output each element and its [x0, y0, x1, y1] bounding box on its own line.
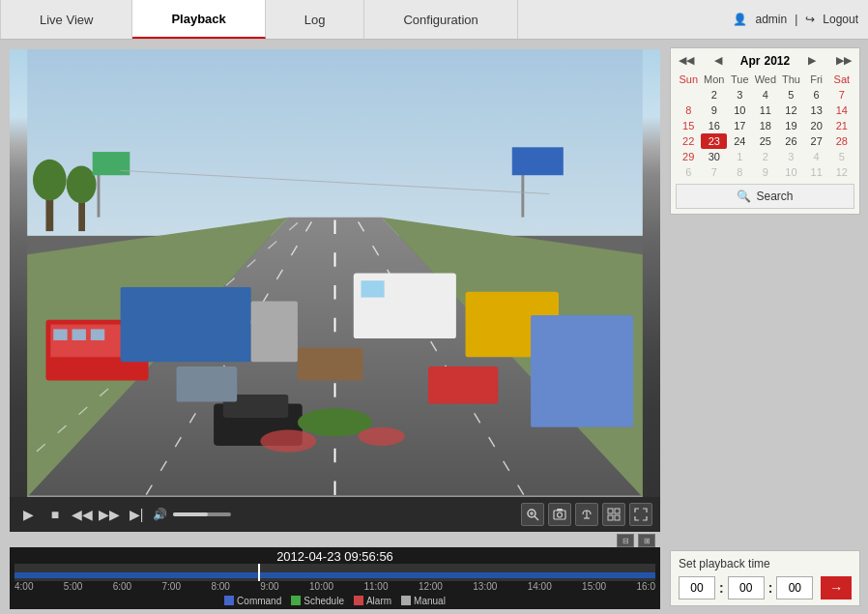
svg-point-35 [260, 430, 316, 453]
calendar-year: 2012 [764, 54, 790, 68]
tab-configuration[interactable]: Configuration [364, 0, 517, 39]
timeline-label: 4:00 [14, 581, 33, 592]
video-player[interactable] [10, 49, 660, 497]
video-feed [10, 49, 660, 497]
calendar-day: 3 [778, 149, 803, 164]
timeline-recording-bar [14, 572, 655, 578]
legend-command: Command [224, 596, 281, 606]
play-button[interactable]: ▶ [17, 504, 39, 525]
svg-rect-33 [177, 366, 238, 402]
corner-btn-2[interactable]: ⊞ [638, 534, 655, 547]
timeline-timestamp: 2012-04-23 09:56:56 [10, 547, 660, 564]
grid-button[interactable] [602, 503, 625, 526]
tab-playback[interactable]: Playback [132, 0, 265, 39]
calendar-day[interactable]: 5 [778, 87, 803, 102]
playback-controls: ▶ ■ ◀◀ ▶▶ ▶| 🔊 [10, 497, 660, 532]
calendar-day[interactable]: 13 [804, 102, 829, 118]
clip-button[interactable] [575, 503, 598, 526]
svg-rect-50 [615, 515, 620, 520]
calendar-prev[interactable]: ◀ [711, 53, 725, 68]
logout-link[interactable]: Logout [823, 13, 858, 26]
rewind-button[interactable]: ◀◀ [72, 504, 93, 525]
calendar-day[interactable]: 18 [753, 118, 779, 133]
calendar-day[interactable]: 30 [701, 149, 727, 164]
legend-bar: Command Schedule Alarm Manual [10, 592, 660, 609]
calendar-day[interactable]: 11 [753, 102, 779, 118]
timeline-label: 9:00 [260, 581, 278, 592]
calendar-day[interactable]: 20 [804, 118, 829, 133]
nav-divider: | [795, 13, 797, 26]
calendar-day[interactable]: 8 [676, 102, 701, 118]
calendar-day[interactable]: 25 [753, 133, 779, 149]
calendar-day[interactable]: 9 [701, 102, 727, 118]
calendar-day[interactable]: 24 [727, 133, 752, 149]
calendar-day[interactable]: 17 [727, 118, 752, 133]
svg-rect-14 [93, 152, 130, 175]
playback-hour-input[interactable] [679, 576, 715, 599]
calendar-day[interactable]: 22 [676, 133, 701, 149]
frame-advance-button[interactable]: ▶| [126, 504, 147, 525]
calendar: ◀◀ ◀ Apr 2012 ▶ ▶▶ Sun Mon Tue Wed Thu [670, 47, 860, 215]
timeline-label: 13:00 [473, 581, 497, 592]
timeline-cursor[interactable] [258, 564, 260, 581]
calendar-day [676, 87, 701, 102]
fullscreen-button[interactable] [629, 503, 652, 526]
timeline-label: 7:00 [162, 581, 181, 592]
calendar-day[interactable]: 28 [829, 133, 854, 149]
calendar-next-next[interactable]: ▶▶ [833, 53, 854, 68]
legend-manual: Manual [401, 596, 446, 606]
calendar-day[interactable]: 27 [804, 133, 829, 149]
svg-rect-22 [91, 329, 104, 340]
svg-point-10 [33, 160, 67, 200]
stop-button[interactable]: ■ [44, 504, 66, 525]
calendar-day[interactable]: 26 [778, 133, 803, 149]
calendar-day[interactable]: 23 [701, 133, 727, 149]
playback-time-box: Set playback time : : → [670, 550, 860, 606]
volume-slider[interactable] [173, 512, 231, 516]
playback-go-button[interactable]: → [821, 576, 852, 599]
corner-btn-1[interactable]: ⊟ [617, 534, 634, 547]
calendar-day[interactable]: 16 [701, 118, 727, 133]
playback-second-input[interactable] [776, 576, 813, 599]
search-icon: 🔍 [737, 190, 751, 203]
calendar-day[interactable]: 10 [727, 102, 752, 118]
timeline-bar[interactable] [14, 564, 655, 581]
calendar-day[interactable]: 2 [701, 87, 727, 102]
snapshot-button[interactable] [548, 503, 571, 526]
video-section: ▶ ■ ◀◀ ▶▶ ▶| 🔊 [0, 40, 665, 614]
main-area: ▶ ■ ◀◀ ▶▶ ▶| 🔊 [0, 40, 868, 614]
svg-rect-44 [557, 509, 563, 512]
calendar-day[interactable]: 21 [829, 118, 854, 133]
calendar-header: ◀◀ ◀ Apr 2012 ▶ ▶▶ [676, 53, 854, 68]
playback-minute-input[interactable] [728, 576, 765, 599]
calendar-day[interactable]: 12 [778, 102, 803, 118]
calendar-day[interactable]: 6 [804, 87, 829, 102]
calendar-day[interactable]: 4 [753, 87, 779, 102]
calendar-day: 2 [753, 149, 779, 164]
playback-time-title: Set playback time [679, 557, 852, 570]
zoom-button[interactable] [521, 503, 544, 526]
username: admin [755, 13, 787, 26]
calendar-day[interactable]: 29 [676, 149, 701, 164]
tab-log[interactable]: Log [266, 0, 365, 39]
calendar-day[interactable]: 14 [829, 102, 854, 118]
calendar-next[interactable]: ▶ [805, 53, 819, 68]
volume-icon: 🔊 [153, 508, 167, 521]
calendar-day[interactable]: 15 [676, 118, 701, 133]
tab-live-view[interactable]: Live View [0, 0, 132, 39]
calendar-day[interactable]: 3 [727, 87, 752, 102]
timeline-label: 6:00 [113, 581, 131, 592]
calendar-prev-prev[interactable]: ◀◀ [676, 53, 697, 68]
legend-manual-label: Manual [414, 596, 446, 606]
svg-rect-47 [608, 509, 613, 513]
calendar-day: 7 [701, 164, 727, 180]
search-label: Search [756, 190, 793, 203]
legend-alarm-label: Alarm [366, 596, 391, 606]
fast-forward-button[interactable]: ▶▶ [99, 504, 120, 525]
legend-schedule-label: Schedule [304, 596, 344, 606]
calendar-day[interactable]: 7 [829, 87, 854, 102]
search-button[interactable]: 🔍 Search [676, 184, 854, 209]
calendar-day[interactable]: 19 [778, 118, 803, 133]
calendar-month-year: Apr 2012 [740, 54, 790, 68]
calendar-month: Apr [740, 54, 761, 68]
